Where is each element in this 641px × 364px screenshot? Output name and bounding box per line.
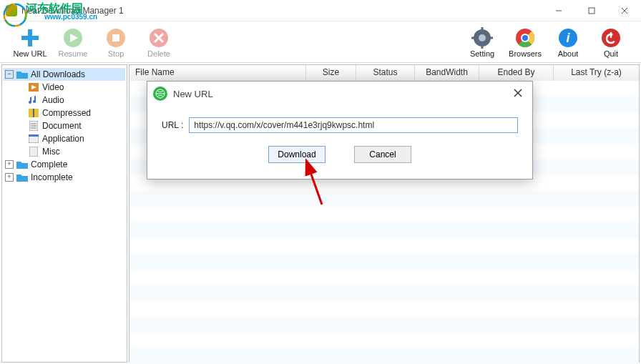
resume-label: Resume [59, 49, 88, 58]
delete-button[interactable]: Delete [137, 26, 180, 58]
delete-label: Delete [147, 49, 170, 58]
application-icon [28, 134, 39, 144]
about-label: About [558, 49, 579, 58]
svg-rect-42 [29, 147, 38, 157]
col-filename[interactable]: File Name [129, 65, 306, 81]
table-row[interactable] [129, 333, 639, 348]
watermark-sub: www.pc0359.cn [44, 13, 97, 21]
svg-rect-35 [33, 109, 34, 117]
table-row[interactable] [129, 317, 639, 333]
table-row[interactable] [129, 348, 639, 364]
col-bandwidth[interactable]: BandWidth [415, 65, 479, 81]
folder-icon [16, 159, 28, 169]
svg-rect-12 [112, 34, 119, 41]
tree-label: Complete [31, 159, 67, 169]
toolbar: New URL Resume Stop Delete Setting Brows… [0, 21, 641, 63]
expand-icon[interactable]: + [5, 160, 14, 169]
plus-icon [19, 26, 41, 49]
new-url-button[interactable]: New URL [9, 26, 52, 58]
tree-label: Video [42, 82, 64, 92]
tree-label: Application [42, 134, 84, 144]
misc-icon [28, 147, 39, 157]
stop-button[interactable]: Stop [94, 26, 137, 58]
tree-misc[interactable]: Misc [4, 145, 125, 158]
tree-label: Document [42, 121, 82, 131]
table-row[interactable] [129, 207, 639, 222]
tree-label: Misc [42, 147, 60, 157]
cancel-button[interactable]: Cancel [354, 146, 411, 163]
gear-icon [471, 26, 494, 49]
tree-audio[interactable]: Audio [4, 94, 125, 107]
folder-icon [16, 172, 28, 182]
collapse-icon[interactable]: − [5, 70, 14, 79]
svg-point-26 [522, 35, 528, 41]
tree-label: Incomplete [31, 172, 73, 182]
dialog-icon [153, 87, 167, 101]
table-row[interactable] [129, 238, 639, 254]
url-input[interactable] [189, 117, 518, 133]
stop-icon [104, 26, 127, 49]
document-icon [28, 121, 39, 131]
browsers-label: Browsers [509, 49, 542, 58]
compressed-icon [28, 108, 39, 118]
about-button[interactable]: i About [547, 26, 589, 58]
col-status[interactable]: Status [356, 65, 415, 81]
video-icon [28, 82, 39, 92]
table-row[interactable] [129, 270, 639, 285]
tree-label: Audio [42, 95, 64, 105]
dialog-close-button[interactable] [509, 88, 527, 99]
tree-document[interactable]: Document [4, 119, 125, 132]
new-url-dialog: New URL URL : Download Cancel [147, 81, 533, 179]
tree-compressed[interactable]: Compressed [4, 107, 125, 119]
table-row[interactable] [129, 222, 639, 238]
power-icon [600, 26, 622, 49]
expand-icon[interactable]: + [5, 173, 14, 182]
new-url-label: New URL [13, 49, 47, 58]
play-icon [62, 26, 84, 49]
svg-rect-4 [589, 8, 594, 14]
info-icon: i [557, 26, 579, 49]
tree-all-downloads[interactable]: − All Downloads [4, 68, 125, 81]
svg-rect-41 [29, 134, 39, 137]
audio-icon [28, 95, 39, 105]
table-row[interactable] [129, 285, 639, 301]
resume-button[interactable]: Resume [52, 26, 94, 58]
download-button[interactable]: Download [268, 146, 326, 163]
maximize-button[interactable] [575, 0, 608, 21]
chrome-icon [514, 26, 537, 49]
setting-button[interactable]: Setting [461, 26, 504, 58]
tree-incomplete[interactable]: + Incomplete [4, 171, 125, 184]
col-size[interactable]: Size [306, 65, 356, 81]
browsers-button[interactable]: Browsers [504, 26, 547, 58]
table-header: File Name Size Status BandWidth Ended By… [129, 65, 639, 81]
sidebar: − All Downloads Video Audio Compressed D… [1, 64, 127, 363]
close-button[interactable] [608, 0, 641, 21]
tree-label: Compressed [42, 108, 91, 118]
setting-label: Setting [470, 49, 494, 58]
tree-video[interactable]: Video [4, 81, 125, 94]
table-row[interactable] [129, 254, 639, 270]
dialog-title: New URL [173, 89, 509, 99]
titlebar: Neat Download Manager 1 河东软件园 www.pc0359… [0, 0, 641, 21]
watermark-logo [3, 3, 27, 27]
col-endedby[interactable]: Ended By [479, 65, 554, 81]
col-lasttry[interactable]: Last Try (z-a) [554, 65, 639, 81]
tree-label: All Downloads [31, 69, 85, 79]
url-label: URL : [162, 120, 183, 130]
svg-rect-8 [21, 36, 39, 40]
tree-application[interactable]: Application [4, 132, 125, 145]
quit-button[interactable]: Quit [589, 26, 632, 58]
svg-point-17 [479, 34, 486, 41]
quit-label: Quit [604, 49, 618, 58]
table-row[interactable] [129, 301, 639, 317]
minimize-button[interactable] [542, 0, 575, 21]
folder-icon [16, 69, 28, 79]
table-row[interactable] [129, 191, 639, 207]
dialog-titlebar: New URL [147, 82, 532, 106]
tree-complete[interactable]: + Complete [4, 158, 125, 171]
stop-label: Stop [108, 49, 124, 58]
delete-icon [147, 26, 170, 49]
